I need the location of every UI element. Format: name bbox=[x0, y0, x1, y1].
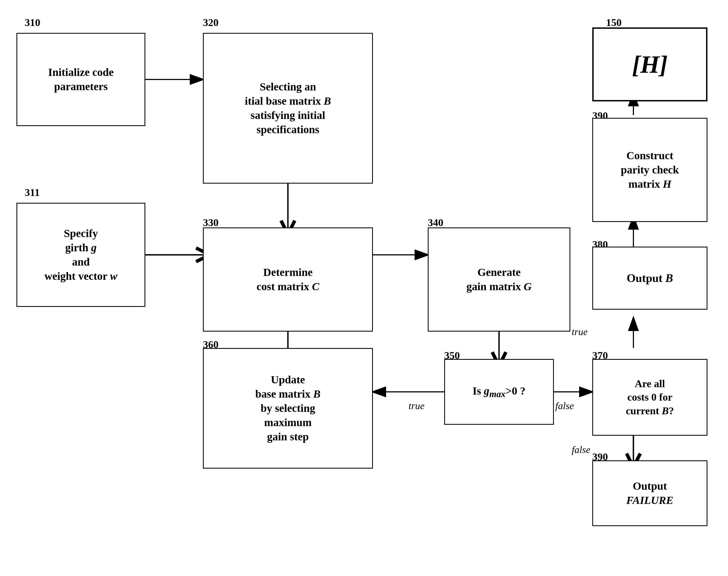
ref-150: 150 bbox=[606, 17, 622, 29]
box-h-matrix: [H] bbox=[592, 27, 707, 102]
ref-310: 310 bbox=[25, 17, 40, 29]
box-determine-cost: Determinecost matrix C bbox=[203, 227, 373, 332]
box-are-all-costs: Are allcosts 0 forcurrent B? bbox=[592, 359, 707, 436]
label-true-gmax: true bbox=[409, 400, 425, 411]
ref-320: 320 bbox=[203, 17, 219, 29]
box-update-base: Updatebase matrix Bby selectingmaximumga… bbox=[203, 348, 373, 468]
label-false-costs: false bbox=[572, 444, 590, 455]
box-generate-gain: Generategain matrix G bbox=[428, 227, 570, 332]
ref-330: 330 bbox=[203, 217, 219, 229]
ref-340: 340 bbox=[428, 217, 443, 229]
ref-311: 311 bbox=[25, 186, 40, 198]
box-init-code: Initialize code parameters bbox=[17, 33, 145, 126]
box-specify-girth: Specifygirth gandweight vector w bbox=[17, 203, 145, 307]
box-is-gmax: Is gmax>0 ? bbox=[444, 359, 554, 425]
box-output-failure: OutputFAILURE bbox=[592, 460, 707, 526]
label-true-costs: true bbox=[572, 326, 588, 338]
box-construct-parity: Constructparity checkmatrix H bbox=[592, 118, 707, 222]
box-select-base: Selecting anitial base matrix Bsatisfyin… bbox=[203, 33, 373, 183]
box-output-b: Output B bbox=[592, 247, 707, 310]
label-false-gmax: false bbox=[555, 400, 574, 411]
diagram-container: 310 Initialize code parameters 320 Selec… bbox=[0, 0, 728, 576]
